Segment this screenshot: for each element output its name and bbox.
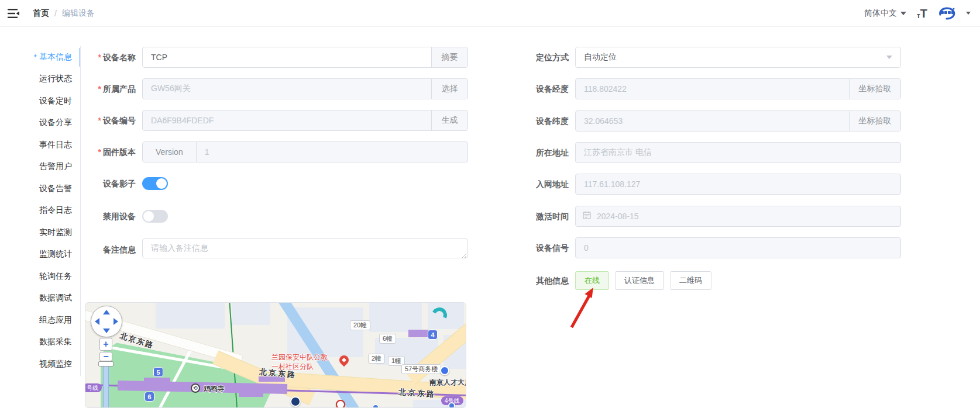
auth-info-button[interactable]: 认证信息 xyxy=(615,271,664,290)
qrcode-button[interactable]: 二维码 xyxy=(670,271,711,290)
address-input xyxy=(576,143,900,162)
map-building-chip: 2幢 xyxy=(368,354,385,364)
summary-button[interactable]: 摘要 xyxy=(431,47,467,67)
metro-line-5-badge: 5 xyxy=(153,367,163,377)
locate-mode-select[interactable]: 自动定位 xyxy=(575,47,901,68)
breadcrumb: 首页 / 编辑设备 xyxy=(33,8,95,19)
calendar-icon xyxy=(583,211,591,222)
disable-device-row: 禁用设备 xyxy=(80,206,468,227)
user-menu-caret-icon[interactable] xyxy=(966,12,971,15)
pick-longitude-button[interactable]: 坐标拾取 xyxy=(849,79,900,99)
latitude-row: 设备纬度 坐标拾取 xyxy=(513,110,901,132)
locate-mode-value: 自动定位 xyxy=(584,52,617,63)
language-label: 简体中文 xyxy=(864,8,897,19)
sidebar-item-video-monitor[interactable]: 视频监控 xyxy=(23,353,80,375)
firmware-row: *固件版本 Version xyxy=(80,141,468,162)
map-building-chip: 20幢 xyxy=(350,320,370,330)
sidebar-item-alarm-users[interactable]: 告警用户 xyxy=(23,156,80,178)
sidebar-item-scada-app[interactable]: 组态应用 xyxy=(23,309,80,331)
device-name-input[interactable] xyxy=(143,47,431,67)
map-station-label: 鸡鸣寺 xyxy=(204,384,225,394)
shadow-label: 设备影子 xyxy=(80,173,136,194)
map-tower-label: 南京人才大厦 xyxy=(429,378,466,388)
map-zoom-slider-track[interactable] xyxy=(103,364,109,408)
address-row: 所在地址 xyxy=(513,142,901,163)
sidebar-item-event-log[interactable]: 事件日志 xyxy=(23,134,80,156)
map-zoom-slider-handle[interactable] xyxy=(98,361,114,366)
chevron-down-icon xyxy=(886,56,892,59)
remark-label: 备注信息 xyxy=(80,239,136,260)
locate-mode-label: 定位方式 xyxy=(513,47,569,68)
breadcrumb-home[interactable]: 首页 xyxy=(33,8,49,19)
shadow-row: 设备影子 xyxy=(80,173,468,194)
network-address-label: 入网地址 xyxy=(513,174,569,195)
metro-line-6-badge: 6 xyxy=(145,392,154,402)
longitude-row: 设备经度 坐标拾取 xyxy=(513,78,901,99)
map-canvas[interactable]: 北京东路 北京东路 北京东路 ⟲ 鸡鸣寺 兰园保安中队公教一村社区分队 20幢 … xyxy=(85,302,466,408)
map-road-label: 北京东路 xyxy=(398,387,436,400)
sidebar-item-device-timer[interactable]: 设备定时 xyxy=(23,90,80,112)
sidebar-tabs: * 基本信息 运行状态 设备定时 设备分享 事件日志 告警用户 设备告警 指令日… xyxy=(23,46,80,375)
product-row: *所属产品 选择 xyxy=(80,78,468,99)
edit-device-page: 首页 / 编辑设备 简体中文 тT xyxy=(0,0,980,408)
map-zoom-out-button[interactable]: − xyxy=(99,352,112,361)
map-building-block xyxy=(156,303,225,329)
sidebar-item-basic-info[interactable]: * 基本信息 xyxy=(23,46,80,68)
other-info-label: 其他信息 xyxy=(513,270,569,291)
remark-textarea[interactable] xyxy=(142,238,468,258)
topbar: 首页 / 编辑设备 简体中文 тT xyxy=(0,0,980,27)
sidebar-item-device-share[interactable]: 设备分享 xyxy=(23,112,80,134)
map-metro-platform xyxy=(144,378,170,383)
brand-logo[interactable] xyxy=(938,5,955,22)
shadow-toggle[interactable] xyxy=(142,177,168,190)
font-size-icon[interactable]: тT xyxy=(917,8,927,19)
sidebar-item-realtime-monitor[interactable]: 实时监测 xyxy=(23,222,80,244)
breadcrumb-current: 编辑设备 xyxy=(62,8,95,19)
sidebar-item-monitor-stats[interactable]: 监测统计 xyxy=(23,244,80,266)
chevron-down-icon xyxy=(900,12,906,15)
topbar-right: 简体中文 тT xyxy=(864,5,980,22)
disable-device-label: 禁用设备 xyxy=(80,206,136,227)
device-name-row: *设备名称 摘要 xyxy=(80,47,468,68)
signal-row: 设备信号 xyxy=(513,237,901,258)
device-number-row: *设备编号 生成 xyxy=(80,110,468,131)
collapse-menu-icon[interactable] xyxy=(7,8,20,19)
sidebar-item-data-debug[interactable]: 数据调试 xyxy=(23,288,80,310)
device-number-input xyxy=(143,110,431,130)
sidebar-item-command-log[interactable]: 指令日志 xyxy=(23,200,80,222)
map-building-chip: 57号商务楼 xyxy=(401,364,441,374)
pick-latitude-button[interactable]: 坐标拾取 xyxy=(849,111,900,131)
activation-time-row: 激活时间 xyxy=(513,206,901,227)
sidebar-item-polling-task[interactable]: 轮询任务 xyxy=(23,265,80,288)
sidebar-item-run-status[interactable]: 运行状态 xyxy=(23,68,80,91)
map-cmb-poi-icon xyxy=(336,400,345,408)
firmware-version-prefix: Version xyxy=(143,142,197,162)
breadcrumb-separator: / xyxy=(54,9,57,18)
metro-station-icon: ⟲ xyxy=(191,383,200,393)
latitude-input xyxy=(576,111,849,131)
map-zoom-in-button[interactable]: + xyxy=(99,338,112,351)
map-pan-control[interactable] xyxy=(91,306,122,337)
select-product-button[interactable]: 选择 xyxy=(431,79,467,99)
device-number-label: *设备编号 xyxy=(80,110,136,131)
other-info-row: 其他信息 在线 认证信息 二维码 xyxy=(513,270,711,291)
map-building-block xyxy=(232,303,270,325)
product-input xyxy=(143,79,431,99)
locate-mode-row: 定位方式 自动定位 xyxy=(513,47,901,68)
signal-label: 设备信号 xyxy=(513,237,569,258)
longitude-input xyxy=(576,79,849,99)
address-label: 所在地址 xyxy=(513,142,569,163)
disable-device-toggle[interactable] xyxy=(142,210,168,223)
sidebar-item-data-collect[interactable]: 数据采集 xyxy=(23,331,80,354)
firmware-version-input xyxy=(197,142,467,162)
map-poi-dot xyxy=(372,404,379,408)
sidebar-item-device-alarm[interactable]: 设备告警 xyxy=(23,178,80,200)
longitude-label: 设备经度 xyxy=(513,78,569,99)
generate-button[interactable]: 生成 xyxy=(431,110,467,130)
language-selector[interactable]: 简体中文 xyxy=(864,8,906,19)
online-status-button[interactable]: 在线 xyxy=(575,271,609,290)
network-address-input xyxy=(576,174,900,194)
latitude-label: 设备纬度 xyxy=(513,110,569,132)
network-address-row: 入网地址 xyxy=(513,174,901,195)
metro-line-left-chip: 号线 xyxy=(85,383,102,392)
